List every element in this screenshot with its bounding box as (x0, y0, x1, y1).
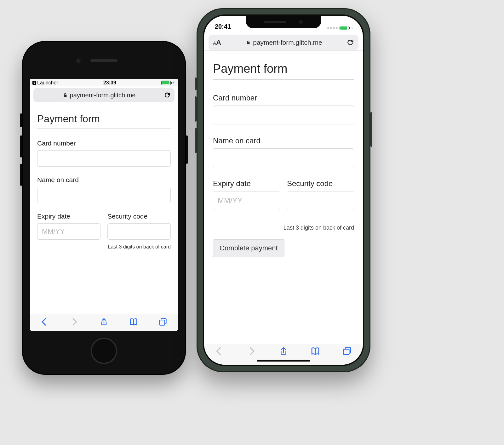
cvc-label: Security code (287, 179, 354, 188)
bookmarks-button[interactable] (129, 317, 138, 328)
name-on-card-input[interactable] (213, 148, 354, 167)
status-time: 23:39 (103, 80, 116, 86)
battery-icon (340, 26, 349, 30)
share-icon (279, 346, 288, 356)
home-indicator[interactable] (257, 360, 310, 362)
speaker-grille (264, 21, 286, 23)
nav-back-button[interactable] (41, 317, 49, 328)
expiry-input[interactable] (213, 191, 280, 210)
card-number-label: Card number (37, 140, 171, 147)
notch (246, 16, 321, 28)
web-content: Payment form Card number Name on card Ex… (30, 104, 178, 314)
name-on-card-input[interactable] (37, 187, 171, 203)
lock-icon (246, 40, 250, 45)
tabs-icon (158, 317, 167, 326)
web-content: Payment form Card number Name on card Ex… (204, 50, 363, 344)
mute-switch (20, 113, 22, 127)
book-icon (129, 317, 138, 326)
svg-rect-2 (32, 81, 36, 85)
back-to-app-label: Launcher (37, 80, 58, 86)
volume-up (20, 135, 22, 157)
tabs-icon (342, 346, 352, 356)
name-on-card-field: Name on card (37, 176, 171, 203)
nav-back-button[interactable] (215, 346, 225, 357)
power-button (186, 135, 188, 164)
name-on-card-label: Name on card (213, 136, 354, 145)
address-url: payment-form.glitch.me (253, 39, 322, 46)
share-button[interactable] (279, 346, 288, 357)
name-on-card-label: Name on card (37, 176, 171, 184)
card-number-label: Card number (213, 94, 354, 102)
mute-switch (195, 77, 197, 90)
cvc-input[interactable] (287, 191, 354, 210)
expiry-label: Expiry date (213, 179, 280, 188)
iphone8-device: Launcher 23:39 ⚡︎ payment-form.glitch.me… (22, 41, 186, 375)
screen: 20:41 ⚡︎ AA payment-form.glitch.me P (204, 16, 363, 365)
card-number-field: Card number (37, 140, 171, 167)
share-icon (100, 317, 108, 326)
front-camera (76, 59, 81, 63)
card-number-field: Card number (213, 94, 354, 124)
signal-icon (327, 27, 338, 29)
cvc-hint: Last 3 digits on back of card (37, 244, 171, 250)
speaker-grille (90, 59, 117, 62)
back-chip-icon (32, 81, 37, 85)
address-bar[interactable]: AA payment-form.glitch.me (209, 35, 358, 50)
chevron-right-icon (70, 317, 79, 326)
page-title: Payment form (213, 62, 354, 80)
chevron-left-icon (41, 317, 49, 326)
book-icon (311, 346, 320, 356)
card-number-input[interactable] (213, 106, 354, 124)
cvc-label: Security code (107, 213, 171, 220)
cvc-field: Security code (287, 179, 354, 210)
front-camera (299, 20, 303, 24)
reload-icon[interactable] (164, 92, 171, 98)
share-button[interactable] (100, 317, 108, 328)
address-url: payment-form.glitch.me (70, 92, 136, 99)
tabs-button[interactable] (158, 317, 167, 328)
cvc-field: Security code (107, 213, 171, 240)
safari-toolbar (30, 314, 178, 331)
charging-icon: ⚡︎ (172, 81, 175, 85)
volume-down (20, 164, 22, 186)
charging-icon: ⚡︎ (351, 26, 353, 30)
expiry-label: Expiry date (37, 213, 100, 220)
tabs-button[interactable] (342, 346, 352, 357)
home-button[interactable] (91, 338, 117, 364)
expiry-field: Expiry date (213, 179, 280, 210)
reload-icon[interactable] (347, 39, 354, 46)
page-title: Payment form (37, 113, 171, 129)
cvc-hint: Last 3 digits on back of card (213, 225, 354, 231)
name-on-card-field: Name on card (213, 136, 354, 167)
card-number-input[interactable] (37, 150, 171, 167)
expiry-field: Expiry date (37, 213, 100, 240)
volume-up (195, 96, 197, 122)
lock-icon (63, 93, 67, 97)
nav-forward-button[interactable] (70, 317, 79, 328)
cvc-input[interactable] (107, 223, 171, 240)
reader-aa-button[interactable]: AA (213, 38, 221, 47)
safari-toolbar (204, 344, 363, 365)
battery-icon (161, 81, 171, 85)
complete-payment-button[interactable]: Complete payment (213, 239, 284, 257)
bookmarks-button[interactable] (311, 346, 320, 357)
screen: Launcher 23:39 ⚡︎ payment-form.glitch.me… (30, 79, 178, 331)
back-to-app[interactable]: Launcher (32, 80, 58, 86)
chevron-left-icon (215, 346, 225, 356)
iphone11-device: 20:41 ⚡︎ AA payment-form.glitch.me P (197, 8, 370, 372)
status-bar: Launcher 23:39 ⚡︎ (30, 79, 178, 86)
chevron-right-icon (247, 346, 256, 356)
expiry-input[interactable] (37, 223, 100, 240)
status-time: 20:41 (215, 23, 231, 30)
bezel: 20:41 ⚡︎ AA payment-form.glitch.me P (203, 14, 364, 366)
power-button (370, 112, 372, 147)
expiry-cvc-row: Expiry date Security code (37, 213, 171, 242)
address-bar[interactable]: payment-form.glitch.me (33, 88, 175, 102)
expiry-cvc-row: Expiry date Security code (213, 179, 354, 222)
nav-forward-button[interactable] (247, 346, 256, 357)
volume-down (195, 128, 197, 153)
